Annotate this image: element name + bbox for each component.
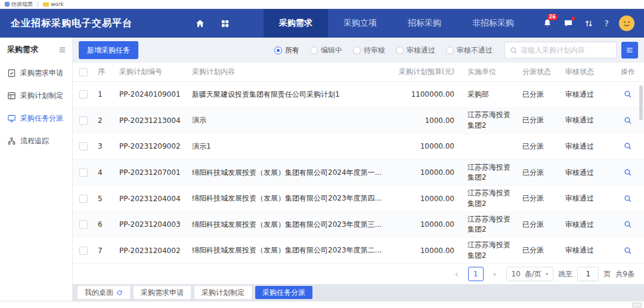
search-box [504, 42, 617, 58]
filter-rejected[interactable]: 审核不通过 [446, 45, 493, 56]
plan-code: PP-20231204004 [116, 195, 188, 203]
plan-content: 新疆天聚建设投资集团有限责任公司采购计划1 [188, 90, 392, 100]
next-page-button[interactable]: › [488, 267, 501, 281]
bell-icon[interactable]: 26 [542, 18, 553, 29]
view-detail-icon[interactable] [624, 142, 632, 150]
filter-editing[interactable]: 编辑中 [310, 45, 342, 56]
apps-grid-icon[interactable] [219, 18, 230, 29]
view-detail-icon[interactable] [624, 195, 632, 203]
nav-procurement-demand[interactable]: 采购需求 [264, 9, 328, 38]
tab-label: 采购计划制定 [202, 288, 244, 298]
plan-code: PP-20231207001 [116, 168, 188, 177]
nav-procurement-initiation[interactable]: 采购立项 [328, 9, 392, 38]
tab-my-desktop[interactable]: 我的桌面 [78, 286, 130, 299]
page-number-1[interactable]: 1 [468, 267, 484, 281]
sidebar-collapse-icon[interactable] [58, 46, 66, 54]
bookmark-folder-label: work [51, 1, 64, 7]
col-plan-content: 采购计划内容 [188, 67, 392, 77]
jump-page-input[interactable] [577, 267, 599, 281]
row-checkbox[interactable] [79, 195, 88, 203]
plan-budget: 10000.00 [392, 220, 464, 229]
tab-demand-apply[interactable]: 采购需求申请 [134, 286, 191, 299]
table-panel: 序 采购计划编号 采购计划内容 采购计划预算(元) 实施单位 分派状态 审核状态… [73, 63, 644, 284]
dispatch-status: 已分派 [519, 220, 562, 230]
jump-label: 跳至 [558, 269, 572, 279]
audit-status: 审核通过 [562, 245, 612, 255]
nav-non-bidding-procurement[interactable]: 非招标采购 [457, 9, 530, 38]
flow-icon [7, 137, 16, 146]
implement-unit: 采购部 [464, 90, 519, 100]
radio-icon [446, 47, 454, 54]
plan-budget: 10000.00 [392, 195, 464, 203]
row-checkbox[interactable] [79, 116, 88, 125]
row-checkbox[interactable] [79, 220, 88, 229]
plan-code: PP-20231204002 [116, 247, 188, 255]
sidebar: 采购需求 采购需求申请 采购计划制定 [0, 38, 73, 301]
sidebar-item-process-track[interactable]: 流程追踪 [0, 130, 72, 152]
view-detail-icon[interactable] [624, 247, 632, 255]
nav-bidding-procurement[interactable]: 招标采购 [392, 9, 457, 38]
filter-label: 所有 [285, 45, 299, 56]
jump-suffix: 页 [603, 269, 611, 279]
col-audit-status: 审核状态 [562, 67, 612, 77]
col-index: 序 [94, 67, 116, 77]
table-body: 1 PP-20240109001 新疆天聚建设投资集团有限责任公司采购计划1 1… [73, 82, 644, 264]
view-detail-icon[interactable] [624, 90, 632, 98]
row-index: 3 [94, 142, 116, 150]
page-size-select[interactable]: 10 条/页 ▾ [506, 267, 554, 281]
tab-plan-make[interactable]: 采购计划制定 [194, 286, 252, 299]
row-checkbox[interactable] [79, 247, 88, 255]
search-icon [510, 47, 518, 54]
body: 采购需求 采购需求申请 采购计划制定 [0, 38, 644, 301]
radio-icon [274, 47, 282, 54]
tab-task-dispatch[interactable]: 采购任务分派 [255, 286, 312, 299]
sidebar-item-label: 采购任务分派 [20, 113, 63, 124]
plan-code: PP-20231204003 [116, 220, 188, 229]
table-scrollbar-thumb[interactable] [639, 85, 643, 120]
audit-status: 审核通过 [562, 90, 612, 100]
view-detail-icon[interactable] [624, 220, 632, 229]
col-unit: 实施单位 [464, 67, 519, 77]
user-avatar[interactable] [619, 16, 634, 31]
refresh-icon[interactable] [116, 289, 123, 296]
chat-icon[interactable] [563, 18, 574, 29]
row-checkbox[interactable] [79, 142, 88, 150]
bookmark-item[interactable]: 仿效端类 [5, 1, 33, 8]
advanced-filter-button[interactable] [621, 42, 638, 58]
toolbar: 新增采购任务 所有 编辑中 待审核 审核通过 审核不通过 [73, 38, 644, 63]
search-input[interactable] [521, 46, 611, 54]
sidebar-item-demand-apply[interactable]: 采购需求申请 [0, 61, 72, 84]
radio-icon [310, 47, 318, 54]
select-all-checkbox[interactable] [79, 68, 88, 76]
swap-arrows-icon[interactable] [584, 18, 595, 29]
view-detail-icon[interactable] [624, 168, 632, 177]
radio-icon [396, 47, 404, 54]
filter-approved[interactable]: 审核通过 [396, 45, 435, 56]
row-checkbox[interactable] [79, 90, 88, 98]
filter-all[interactable]: 所有 [274, 45, 299, 56]
filter-pending-review[interactable]: 待审核 [353, 45, 385, 56]
table-row: 3 PP-20231209002 演示1 10000.00 已分派 审核通过 [73, 134, 644, 160]
header-quick-icons [194, 18, 230, 29]
sidebar-item-plan-make[interactable]: 采购计划制定 [0, 84, 72, 107]
add-task-button[interactable]: 新增采购任务 [79, 41, 138, 59]
sidebar-item-label: 流程追踪 [20, 136, 49, 146]
implement-unit: 江苏苏海投资集团2 [464, 240, 519, 261]
dispatch-status: 已分派 [519, 115, 562, 125]
prev-page-button[interactable]: ‹ [450, 267, 463, 281]
row-checkbox[interactable] [79, 168, 88, 177]
scroll-corner-control[interactable] [632, 303, 642, 307]
col-dispatch-status: 分派状态 [519, 67, 562, 77]
audit-status: 审核通过 [562, 141, 612, 152]
implement-unit: 江苏苏海投资集团2 [464, 110, 519, 131]
home-icon[interactable] [194, 18, 205, 29]
bookmark-folder-work[interactable]: work [43, 1, 64, 7]
radio-icon [353, 47, 361, 54]
plan-code: PP-20231209002 [116, 142, 188, 150]
plan-content: 演示1 [188, 141, 392, 152]
sidebar-item-task-dispatch[interactable]: 采购任务分派 [0, 107, 72, 130]
plan-budget: 10000.00 [392, 247, 464, 255]
implement-unit: 江苏苏海投资集团2 [464, 214, 519, 235]
view-detail-icon[interactable] [624, 116, 632, 125]
help-icon[interactable]: ? [605, 19, 609, 28]
